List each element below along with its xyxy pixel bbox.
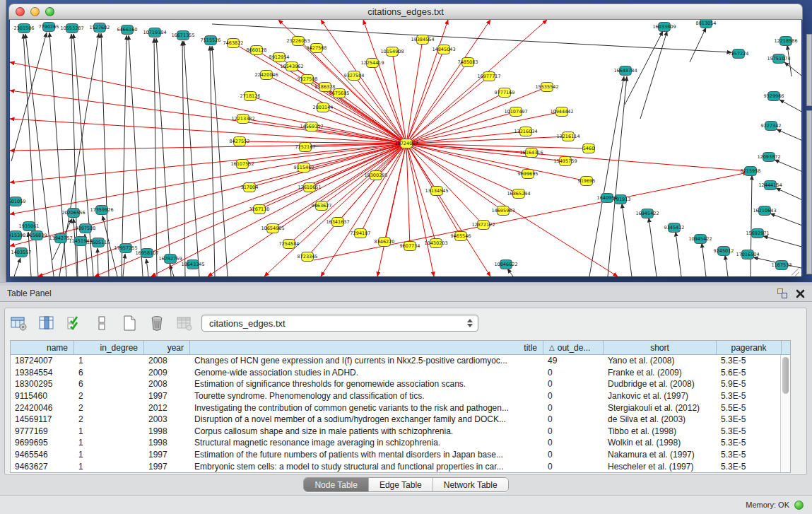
graph-node[interactable]: 13216034 <box>514 127 537 136</box>
graph-node[interactable]: 17359926 <box>90 206 113 215</box>
graph-node[interactable]: 7294107 <box>351 229 371 238</box>
graph-node[interactable]: 8660128 <box>247 46 267 55</box>
graph-node[interactable]: 15751074 <box>767 54 790 64</box>
graph-node[interactable]: 12093872 <box>757 153 780 162</box>
graph-node[interactable]: 8215958 <box>741 167 761 176</box>
graph-node[interactable]: 9777169 <box>495 88 515 98</box>
graph-node[interactable]: 16945422 <box>635 209 659 218</box>
import-table-icon[interactable] <box>175 314 194 332</box>
delete-table-icon[interactable] <box>148 314 166 332</box>
graph-node[interactable]: 10846622 <box>494 260 517 269</box>
graph-node[interactable]: 2156839 <box>27 231 47 240</box>
graph-node[interactable]: 7252167 <box>295 143 316 152</box>
graph-node[interactable]: 2301506 <box>14 24 35 33</box>
graph-node[interactable]: 10945422 <box>688 235 712 244</box>
graph-node[interactable]: 10154908 <box>380 47 404 57</box>
table-row[interactable]: 1872400712008Changes of HCN gene express… <box>11 355 790 367</box>
graph-node[interactable]: 16865294 <box>507 189 530 199</box>
table-row[interactable]: 946362711997Embryonic stem cells: a mode… <box>11 460 790 472</box>
graph-node[interactable]: 5675685 <box>329 89 350 98</box>
graph-node[interactable]: 9245012 <box>714 247 734 256</box>
graph-node[interactable]: 9115460 <box>294 163 314 173</box>
graph-node[interactable]: 9463627 <box>312 201 332 211</box>
graph-node[interactable]: 10719184 <box>143 28 166 37</box>
graph-node[interactable]: 15495759 <box>553 157 577 166</box>
graph-node[interactable]: 6466160 <box>117 25 138 35</box>
network-window-titlebar[interactable]: citations_edges.txt <box>8 4 803 20</box>
row-height-icon[interactable] <box>93 314 111 332</box>
graph-node[interactable]: 9345412 <box>664 223 685 233</box>
graph-node[interactable]: 9607734 <box>400 242 420 251</box>
graph-node[interactable]: 9397588 <box>76 224 96 233</box>
table-row[interactable]: 969969511998Structural magnetic resonanc… <box>11 437 790 449</box>
graph-node[interactable]: 16033809 <box>652 23 676 32</box>
graph-node[interactable]: 20206556 <box>61 209 85 218</box>
table-row[interactable]: 2242004622012Investigating the contribut… <box>11 402 790 414</box>
graph-node[interactable]: 2718126 <box>240 92 261 101</box>
graph-node[interactable]: 1935061 <box>19 222 40 231</box>
new-table-icon[interactable] <box>120 314 139 332</box>
graph-node[interactable]: 16543962 <box>280 62 303 71</box>
column-header-title[interactable]: title <box>190 341 543 354</box>
graph-node[interactable]: 7790265 <box>39 23 59 32</box>
graph-node[interactable]: 1527602 <box>90 23 110 33</box>
graph-node[interactable]: 13134545 <box>425 187 448 196</box>
graph-node[interactable]: 7463822 <box>223 39 244 48</box>
graph-node[interactable]: 9327504 <box>344 71 365 81</box>
column-header-in_degree[interactable]: in_degree <box>74 341 144 354</box>
table-row[interactable]: 1456911722003Disruption of a novel membe… <box>11 414 790 426</box>
table-row[interactable]: 1830029562008Estimation of significance … <box>11 378 790 390</box>
graph-node[interactable]: 7515526 <box>201 36 221 45</box>
graph-node[interactable]: 16958107 <box>135 249 158 258</box>
graph-node[interactable]: 7485083 <box>458 58 478 67</box>
graph-node[interactable]: 3915398 <box>10 231 25 240</box>
graph-node[interactable]: 1167533 <box>772 261 792 270</box>
table-row[interactable]: 1938455462009Genome-wide association stu… <box>11 367 790 379</box>
graph-node[interactable]: 12218586 <box>774 37 797 46</box>
table-row[interactable]: 946554611997Estimation of the future num… <box>11 449 790 461</box>
graph-node[interactable]: 8346220 <box>375 238 395 247</box>
column-header-out_de[interactable]: △out_de... <box>543 341 604 354</box>
float-panel-icon[interactable] <box>777 288 787 298</box>
graph-node[interactable]: 7857224 <box>729 49 749 59</box>
network-canvas[interactable]: 2301506779026510553287152760264661601071… <box>9 20 802 276</box>
graph-node[interactable]: 9699695 <box>518 170 539 179</box>
citation-network-graph[interactable]: 2301506779026510553287152760264661601071… <box>10 20 802 276</box>
graph-node[interactable]: 8813054 <box>696 20 717 28</box>
column-settings-icon[interactable] <box>37 314 56 332</box>
graph-node[interactable]: 12444154 <box>758 181 782 190</box>
column-header-name[interactable]: name <box>11 341 74 354</box>
graph-node[interactable]: 19384554 <box>411 35 434 45</box>
table-selector-combobox[interactable]: citations_edges.txt <box>201 315 478 332</box>
column-header-year[interactable]: year <box>144 341 190 354</box>
graph-node[interactable]: 14845043 <box>432 45 455 54</box>
graph-node[interactable]: 10107497 <box>504 107 527 117</box>
graph-node[interactable]: 16671355 <box>171 31 194 40</box>
table-row[interactable]: 911546021997Tourette syndrome. Phenomeno… <box>11 390 790 402</box>
graph-node[interactable]: 13216114 <box>556 132 579 141</box>
close-panel-icon[interactable] <box>796 289 805 298</box>
graph-node[interactable]: 17957255 <box>114 244 137 253</box>
graph-node[interactable]: 1403557 <box>11 248 32 257</box>
memory-ok-icon[interactable] <box>794 501 804 510</box>
tab-node-table[interactable]: Node Table <box>304 478 369 491</box>
graph-node[interactable]: 8427552 <box>230 137 250 146</box>
graph-node[interactable]: 16648784 <box>613 66 637 76</box>
graph-node[interactable]: 3267130 <box>249 205 270 214</box>
tab-edge-table[interactable]: Edge Table <box>369 478 433 491</box>
graph-node[interactable]: 16107552 <box>230 160 254 169</box>
graph-node[interactable]: 16210643 <box>753 206 776 216</box>
graph-node[interactable]: 12213382 <box>231 115 254 124</box>
graph-node[interactable]: 5460 <box>583 144 595 153</box>
graph-node[interactable]: 10654985 <box>261 224 284 233</box>
graph-node[interactable]: 7254584 <box>279 240 300 249</box>
graph-node[interactable]: 12254419 <box>360 59 384 68</box>
tab-network-table[interactable]: Network Table <box>433 478 508 491</box>
table-vertical-scrollbar[interactable] <box>780 355 790 472</box>
graph-node[interactable]: 8912954 <box>269 53 290 62</box>
graph-node[interactable]: 12872122 <box>471 221 495 230</box>
column-header-pagerank[interactable]: pagerank <box>717 341 782 354</box>
graph-node[interactable]: 919695 <box>578 177 596 186</box>
graph-node[interactable]: 14695943 <box>491 206 514 216</box>
graph-node[interactable]: 317004 <box>241 183 259 192</box>
